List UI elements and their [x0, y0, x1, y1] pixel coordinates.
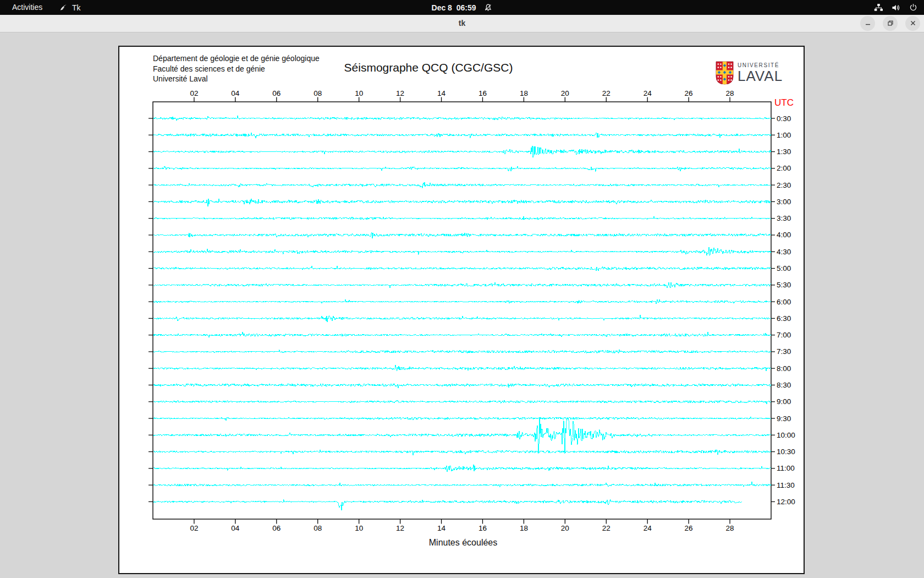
x-tick-label-bottom: 06: [272, 524, 280, 532]
time-label: 8:30: [777, 381, 791, 389]
close-button[interactable]: [905, 16, 920, 31]
utc-label: UTC: [774, 97, 794, 108]
restore-button[interactable]: [883, 16, 898, 31]
minimize-icon: [865, 19, 871, 29]
time-label: 1:00: [777, 131, 791, 139]
seismo-trace-11:00: [153, 465, 771, 472]
minimize-button[interactable]: [860, 16, 875, 31]
x-tick-label-bottom: 08: [314, 524, 322, 532]
time-label: 8:00: [777, 364, 791, 373]
seismo-trace-9:30: [153, 417, 771, 421]
x-tick-label-bottom: 04: [231, 524, 240, 532]
seismo-trace-4:00: [153, 232, 771, 238]
time-label: 0:30: [777, 114, 791, 123]
time-label: 5:30: [777, 281, 791, 289]
seismo-trace-6:30: [153, 315, 771, 321]
time-label: 10:00: [777, 431, 795, 439]
seismo-trace-1:30: [153, 146, 771, 157]
time-label: 7:30: [777, 347, 791, 356]
seismo-trace-3:30: [153, 216, 771, 220]
x-tick-label-top: 12: [396, 89, 404, 97]
x-tick-label-bottom: 02: [190, 524, 198, 532]
bell-muted-icon: [483, 3, 492, 12]
clock-button[interactable]: Dec 8 06:59: [432, 2, 493, 13]
x-tick-label-top: 20: [561, 89, 569, 97]
x-tick-label-top: 02: [190, 89, 198, 97]
x-tick-label-top: 22: [602, 89, 610, 97]
seismo-trace-10:30: [153, 450, 771, 455]
seismo-trace-12:00: [153, 500, 742, 511]
tk-feather-icon: [59, 3, 68, 12]
time-label: 6:00: [777, 298, 791, 306]
window-titlebar[interactable]: tk: [0, 15, 924, 32]
time-label: 10:30: [777, 448, 795, 456]
volume-icon: [892, 3, 901, 12]
seismo-trace-7:30: [153, 350, 771, 353]
x-tick-label-top: 14: [437, 89, 446, 97]
x-tick-label-bottom: 22: [602, 524, 610, 532]
seismogram-canvas: Département de géologie et de génie géol…: [118, 46, 805, 574]
seismo-trace-6:00: [153, 299, 771, 304]
time-label: 11:30: [777, 481, 795, 489]
x-tick-label-top: 24: [644, 89, 652, 97]
plot-border: [153, 102, 771, 519]
time-label: 4:30: [777, 248, 791, 256]
x-tick-label-top: 10: [355, 89, 363, 97]
tk-window-content: Département de géologie et de génie géol…: [0, 32, 924, 578]
seismo-trace-2:30: [153, 182, 771, 188]
system-menu-button[interactable]: [874, 2, 917, 13]
x-tick-label-top: 26: [685, 89, 693, 97]
seismo-trace-5:00: [153, 266, 771, 271]
x-tick-label-top: 16: [479, 89, 487, 97]
x-tick-label-bottom: 14: [437, 524, 446, 532]
seismo-trace-7:00: [153, 332, 771, 337]
time-label: 2:00: [777, 164, 791, 172]
x-tick-label-bottom: 16: [479, 524, 487, 532]
x-tick-label-top: 04: [231, 89, 240, 97]
seismo-trace-8:30: [153, 384, 771, 389]
time-label: 4:00: [777, 231, 791, 239]
x-tick-label-bottom: 24: [644, 524, 652, 532]
x-tick-label-top: 18: [520, 89, 528, 97]
x-tick-label-bottom: 18: [520, 524, 528, 532]
time-label: 9:30: [777, 415, 791, 423]
restore-icon: [887, 19, 894, 29]
seismo-trace-1:00: [153, 133, 771, 138]
activities-button[interactable]: Activities: [7, 2, 48, 13]
time-label: 12:00: [777, 498, 795, 506]
time-label: 3:00: [777, 198, 791, 206]
time-label: 2:30: [777, 181, 791, 189]
time-label: 6:30: [777, 314, 791, 323]
seismo-trace-8:00: [153, 365, 771, 371]
x-tick-label-bottom: 28: [726, 524, 734, 532]
time-label: 9:00: [777, 397, 791, 406]
gnome-top-bar: Activities Tk Dec 8 06:59: [0, 0, 924, 15]
time-label: 1:30: [777, 148, 791, 156]
seismo-trace-5:30: [153, 282, 771, 288]
clock-text: Dec 8 06:59: [432, 3, 476, 12]
seismo-trace-3:00: [153, 199, 771, 206]
tk-app-label: Tk: [72, 3, 81, 12]
time-label: 3:30: [777, 214, 791, 222]
time-label: 11:00: [777, 464, 795, 472]
tk-app-indicator[interactable]: Tk: [59, 2, 81, 13]
time-label: 5:00: [777, 264, 791, 272]
power-icon: [909, 3, 917, 12]
x-tick-label-bottom: 26: [685, 524, 693, 532]
network-wired-icon: [874, 3, 883, 12]
x-tick-label-bottom: 20: [561, 524, 569, 532]
x-tick-label-bottom: 10: [355, 524, 363, 532]
seismo-trace-4:30: [153, 247, 771, 256]
seismo-trace-0:30: [153, 116, 771, 121]
seismo-trace-10:00: [153, 418, 771, 454]
window-title: tk: [0, 15, 924, 32]
x-tick-label-top: 08: [314, 89, 322, 97]
x-axis-title: Minutes écoulées: [429, 538, 498, 548]
seismo-trace-11:30: [153, 482, 771, 487]
seismo-trace-9:00: [153, 400, 771, 404]
helicorder-plot: 0202040406060808101012121414161618182020…: [119, 47, 804, 573]
x-tick-label-bottom: 12: [396, 524, 404, 532]
close-icon: [910, 19, 916, 29]
seismo-trace-2:00: [153, 166, 771, 171]
x-tick-label-top: 06: [272, 89, 280, 97]
